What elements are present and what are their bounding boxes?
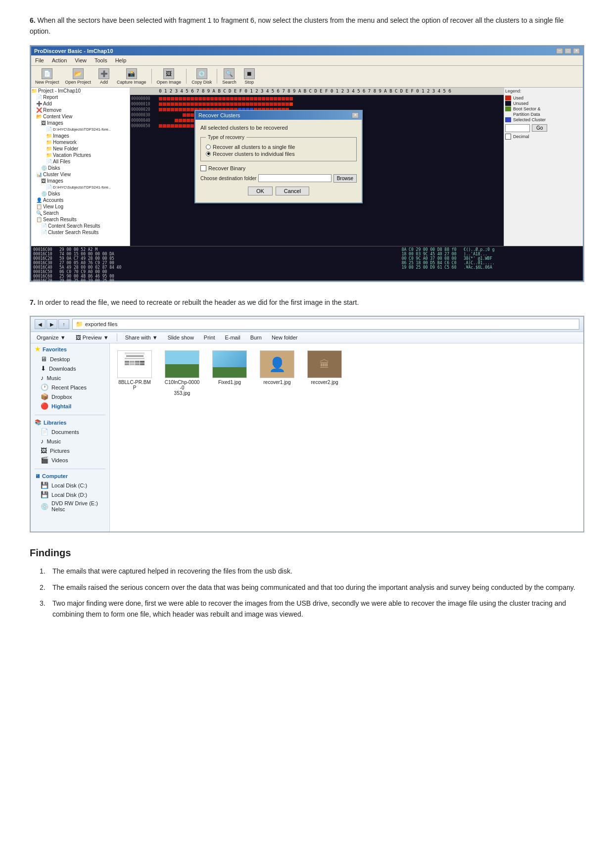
email-button[interactable]: E-mail xyxy=(223,334,242,341)
tree-homework[interactable]: 📁 Homework xyxy=(31,139,130,145)
tree-report[interactable]: 📄 Report xyxy=(31,94,130,100)
dialog-close-button[interactable]: ✕ xyxy=(352,112,359,118)
recover-binary-checkbox[interactable] xyxy=(200,165,206,171)
tree-images-clv[interactable]: 🖼 Images xyxy=(31,178,130,184)
libraries-title[interactable]: 📚 Libraries xyxy=(35,419,105,426)
tree-disks-cv[interactable]: 💿 Disks xyxy=(31,165,130,171)
tree-add[interactable]: ➕ Add xyxy=(31,100,130,107)
radio-single-file[interactable]: Recover all clusters to a single file xyxy=(206,144,351,150)
tree-search[interactable]: 🔍 Search xyxy=(31,210,130,216)
new-folder-button[interactable]: New folder xyxy=(270,334,300,341)
sidebar-downloads[interactable]: ⬇ Downloads xyxy=(35,364,105,373)
sidebar-dvd[interactable]: 💿 DVD RW Drive (E:) Nelsc xyxy=(35,499,105,513)
finding-item-1: 1. The emails that were captured helped … xyxy=(40,566,584,577)
browse-button[interactable]: Browse xyxy=(333,174,357,183)
sidebar-local-c[interactable]: 💾 Local Disk (C:) xyxy=(35,481,105,490)
organize-button[interactable]: Organize ▼ xyxy=(35,334,68,341)
sidebar-music[interactable]: ♪ Music xyxy=(35,373,105,383)
up-button[interactable]: ↑ xyxy=(58,319,69,329)
videos-label: Videos xyxy=(51,457,68,463)
file-recover2[interactable]: 🏛 recover2.jpg xyxy=(305,348,344,398)
open-project-button[interactable]: 📂 Open Project xyxy=(63,67,94,86)
file-8bllc[interactable]: 8BLLC-PR.BMP xyxy=(115,348,154,398)
add-button[interactable]: ➕ Add xyxy=(95,67,113,86)
share-button[interactable]: Share with ▼ xyxy=(123,334,160,341)
menu-action[interactable]: Action xyxy=(48,56,71,64)
findings-title: Findings xyxy=(30,547,584,559)
capture-image-button[interactable]: 📸 Capture Image xyxy=(115,67,148,86)
file-fixed1[interactable]: Fixed1.jpg xyxy=(210,348,249,398)
go-input[interactable] xyxy=(505,124,530,132)
tree-allfiles[interactable]: 📄 All Files xyxy=(31,158,130,165)
address-bar[interactable]: 📁 exported files xyxy=(72,319,579,330)
computer-label: Computer xyxy=(42,473,68,479)
tree-path-clv[interactable]: 📄 D:\HYC\Subjects\TDF3241-fore.. xyxy=(31,184,130,191)
file-recover1-name: recover1.jpg xyxy=(263,380,290,385)
destination-input[interactable] xyxy=(258,174,331,182)
minimize-button[interactable]: ─ xyxy=(556,48,563,54)
preview-button[interactable]: 🖼 Preview ▼ xyxy=(74,334,111,341)
tree-viewlog[interactable]: 📋 View Log xyxy=(31,203,130,210)
tree-images-sub[interactable]: 📁 Images xyxy=(31,133,130,139)
tree-images-cv[interactable]: 🖼 Images xyxy=(31,120,130,126)
menu-help[interactable]: Help xyxy=(111,56,131,64)
tree-content-search[interactable]: 📄 Content Search Results xyxy=(31,223,130,229)
new-project-button[interactable]: 📄 New Project xyxy=(33,67,61,86)
sidebar-lib-music[interactable]: ♪ Music xyxy=(35,436,105,446)
file-recover2-name: recover2.jpg xyxy=(311,380,338,385)
stop-button[interactable]: ⏹ Stop xyxy=(240,67,258,86)
disks-icon: 💿 xyxy=(41,165,47,171)
report-icon: 📄 xyxy=(36,95,42,100)
print-button[interactable]: Print xyxy=(202,334,217,341)
tree-vacation[interactable]: 📁 Vacation Pictures xyxy=(31,152,130,158)
step-6-number: 6. xyxy=(30,16,36,24)
tree-remove[interactable]: ❌ Remove xyxy=(31,107,130,113)
ok-button[interactable]: OK xyxy=(248,187,273,195)
tree-new-folder[interactable]: 📁 New Folder xyxy=(31,145,130,152)
close-button[interactable]: ✕ xyxy=(573,48,580,54)
radio-individual-files[interactable]: Recover clusters to individual files xyxy=(206,151,351,157)
burn-button[interactable]: Burn xyxy=(248,334,264,341)
menu-tools[interactable]: Tools xyxy=(91,56,111,64)
sidebar-dropbox[interactable]: 📦 Dropbox xyxy=(35,392,105,401)
tree-path-cv[interactable]: 📄 D:\HYC\Subjects\TDF3241-fore.. xyxy=(31,126,130,133)
menu-file[interactable]: File xyxy=(31,56,48,64)
slideshow-button[interactable]: Slide show xyxy=(166,334,196,341)
tree-searchresults[interactable]: 📋 Search Results xyxy=(31,216,130,223)
tree-disks-clv[interactable]: 💿 Disks xyxy=(31,191,130,197)
back-button[interactable]: ◀ xyxy=(35,319,46,329)
search-button[interactable]: 🔍 Search xyxy=(220,67,238,86)
sidebar-hightail[interactable]: 🔴 Hightail xyxy=(35,401,105,411)
forward-button[interactable]: ▶ xyxy=(47,319,57,329)
sidebar-divider-1 xyxy=(35,415,105,415)
recover-binary-row[interactable]: Recover Binary xyxy=(200,165,357,171)
recover-binary-label: Recover Binary xyxy=(208,165,245,171)
open-image-button[interactable]: 🖼 Open Image xyxy=(155,67,184,86)
local-c-icon: 💾 xyxy=(41,482,48,489)
tree-cluster-search[interactable]: 📄 Cluster Search Results xyxy=(31,229,130,236)
cancel-button[interactable]: Cancel xyxy=(276,187,309,195)
tree-content-view[interactable]: 📂 Content View xyxy=(31,113,130,120)
decimal-checkbox[interactable] xyxy=(505,134,511,140)
explorer-window: ◀ ▶ ↑ 📁 exported files Organize ▼ xyxy=(30,316,584,532)
sidebar-documents[interactable]: 📄 Documents xyxy=(35,427,105,436)
sidebar-recent-places[interactable]: 🕐 Recent Places xyxy=(35,383,105,392)
sidebar-desktop[interactable]: 🖥 Desktop xyxy=(35,354,105,364)
findings-list: 1. The emails that were captured helped … xyxy=(30,566,584,620)
copy-disk-button[interactable]: 💿 Copy Disk xyxy=(189,67,214,86)
sidebar-videos[interactable]: 🎬 Videos xyxy=(35,455,105,465)
sidebar-pictures[interactable]: 🖼 Pictures xyxy=(35,446,105,455)
tree-accounts[interactable]: 👤 Accounts xyxy=(31,197,130,203)
file-recover1[interactable]: 👤 recover1.jpg xyxy=(257,348,297,398)
tree-root[interactable]: 📁 Project - ImChap10 xyxy=(31,88,130,94)
maximize-button[interactable]: □ xyxy=(565,48,571,54)
computer-title[interactable]: 🖥 Computer xyxy=(35,473,105,479)
downloads-icon: ⬇ xyxy=(41,365,46,372)
tree-cluster-view[interactable]: 📊 Cluster View xyxy=(31,171,130,178)
file-c10[interactable]: C10InChp-0000-0353.jpg xyxy=(162,348,202,398)
finding-item-3: 3. Two major finding were done, first we… xyxy=(40,598,584,620)
sidebar-local-d[interactable]: 💾 Local Disk (D:) xyxy=(35,490,105,499)
menu-view[interactable]: View xyxy=(71,56,91,64)
go-button[interactable]: Go xyxy=(532,124,547,132)
favorites-title[interactable]: ★ Favorites xyxy=(35,345,105,353)
